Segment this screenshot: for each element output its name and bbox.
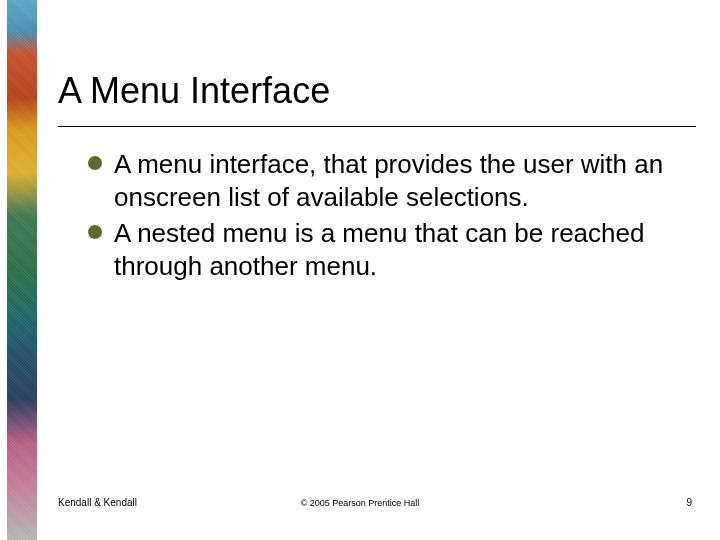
bullet-text: A menu interface, that provides the user… [114, 149, 663, 212]
bullet-list: A menu interface, that provides the user… [88, 148, 691, 285]
list-item: A nested menu is a menu that can be reac… [88, 217, 691, 284]
list-item: A menu interface, that provides the user… [88, 148, 691, 215]
slide-title: A Menu Interface [58, 70, 330, 112]
footer-page-number: 9 [686, 497, 692, 508]
side-accent-texture [7, 0, 37, 540]
title-underline [58, 126, 696, 127]
slide-body: A Menu Interface A menu interface, that … [58, 0, 696, 540]
footer-copyright: © 2005 Pearson Prentice Hall [0, 498, 720, 508]
bullet-icon [88, 225, 102, 239]
bullet-icon [88, 156, 102, 170]
bullet-text: A nested menu is a menu that can be reac… [114, 218, 644, 281]
side-accent-bar [7, 0, 37, 540]
